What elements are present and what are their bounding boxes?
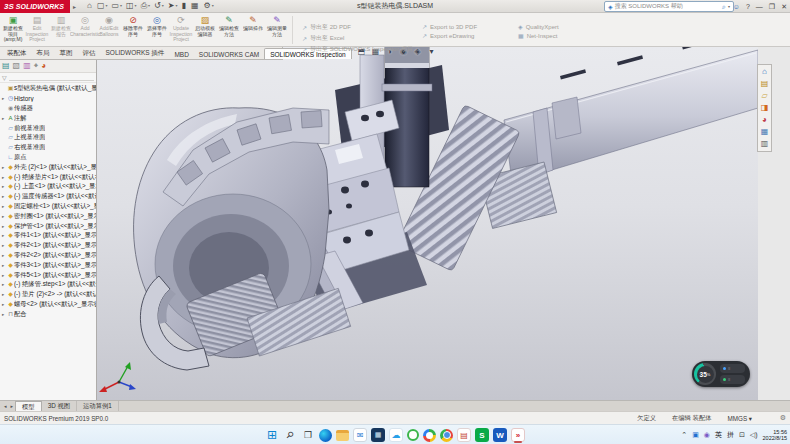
tree-item[interactable]: ▣ s型铠装热电偶 (默认<默认_显示状态-1 [0, 84, 96, 94]
tree-item[interactable]: ▸ ◆ 零件1<1> (默认<<默认>_显示状态 [0, 231, 96, 241]
close[interactable]: ✕ [781, 3, 787, 11]
chrome[interactable] [440, 429, 453, 442]
document-tab[interactable]: 运动算例1 [77, 401, 119, 411]
tree-item[interactable]: ▸ ◆ 螺母<2> (默认<<默认>_显示状态 [0, 300, 96, 310]
graphics-viewport[interactable]: ⌕⊞◫⬒▦◑◉◈▾ 35% ≡ ≡ [97, 47, 758, 400]
tree-item[interactable]: ▸ ◆ (-) 绝缘管.step<1> (默认<<默认>_ [0, 280, 96, 290]
tree-item[interactable]: ▸ ◆ 零件3<1> (默认<<默认>_显示状态 [0, 260, 96, 270]
search-icon[interactable]: ⌕ [722, 3, 726, 11]
tree-item[interactable]: ▸ ◆ 固定螺栓<1> (默认<<默认>_显示状 [0, 202, 96, 212]
ribbon-button[interactable]: ◎ 选择零件序号 [145, 14, 169, 46]
filter-input[interactable] [9, 75, 94, 81]
save[interactable]: ◫▾ [126, 0, 137, 12]
tree-item[interactable]: ▸ ⊓ 配合 [0, 309, 96, 319]
browser-360[interactable] [407, 429, 419, 441]
ribbon-export-item[interactable]: ↗导出至 Excel [296, 34, 416, 43]
restore[interactable]: ❐ [769, 3, 775, 11]
store-app[interactable]: ▦ [371, 428, 385, 442]
featuremanager[interactable]: ▤ [2, 60, 10, 72]
tree-item[interactable]: ▸ ◷ History [0, 94, 96, 104]
design-library[interactable]: ▤ [761, 78, 769, 90]
browser-ring[interactable] [423, 429, 436, 442]
search-caret-icon[interactable]: ▾ [728, 4, 730, 9]
view-palette[interactable]: ◨ [761, 102, 769, 114]
ribbon-tab[interactable]: 布局 [32, 47, 55, 59]
tree-item[interactable]: ▸ ◆ (-) 垫片 (2)<2> -> (默认<<默认>_ [0, 290, 96, 300]
new-file[interactable]: ▢▾ [97, 0, 108, 12]
tree-item[interactable]: ▸ ◆ 保护管<1> (默认<<默认>_显示状态 [0, 221, 96, 231]
solidworks-running[interactable]: » [511, 428, 525, 442]
ribbon-button[interactable]: ▤ Edit Inspection Project [25, 14, 49, 46]
ribbon-button[interactable]: ⟳ Update Inspection Project [169, 14, 193, 46]
ribbon-export-item[interactable]: ↗导出至 2D PDF [296, 23, 416, 32]
print[interactable]: ⎙▾ [141, 0, 150, 12]
forum[interactable]: ▥ [761, 138, 769, 150]
ribbon-export-item[interactable]: ↗Export to 3D PDF [416, 23, 512, 30]
tray-app-blue[interactable]: ▣ [692, 431, 699, 439]
document-tab[interactable]: 3D 视图 [42, 401, 77, 411]
ribbon-export-item[interactable]: ↗导出至 SOLIDWORKS Inspection 项目 [296, 45, 416, 54]
taskbar-clock[interactable]: 15:56 2022/8/15 [763, 429, 787, 442]
ribbon-button[interactable]: ⊘ 移除零件序号 [121, 14, 145, 46]
minimize[interactable]: — [756, 3, 763, 10]
word[interactable]: W [493, 428, 507, 442]
home[interactable]: ⌂ [87, 0, 93, 12]
tree-item[interactable]: ◉ 传感器 [0, 104, 96, 114]
ribbon-button[interactable]: ✎ 编辑操作 [241, 14, 265, 46]
search-box[interactable]: ◈ 搜索 SOLIDWORKS 帮助 ⌕ ▾ [604, 1, 734, 12]
tree-filter[interactable]: ▽ [0, 73, 96, 83]
tree-item[interactable]: ▸ ◆ 零件5<1> (默认<<默认>_显示状态 [0, 270, 96, 280]
ribbon-button[interactable]: ◉ Add/Edit Balloons [97, 14, 121, 46]
document-tab[interactable]: 模型 [15, 401, 42, 411]
ribbon-export-item[interactable]: ◈QualityXpert [512, 23, 596, 30]
recorder-overlay[interactable]: 35% ≡ ≡ [692, 361, 750, 387]
ribbon-export-item[interactable]: ↗Export eDrawing [416, 32, 512, 39]
open-file[interactable]: ▭▾ [111, 0, 122, 12]
ribbon-button[interactable]: ◎ Add Characteristic [73, 14, 97, 46]
tree-item[interactable]: ▸ ◆ (-) 绝缘垫片<1> (默认<<默认>_显示 [0, 172, 96, 182]
search[interactable]: ⚲ [280, 425, 300, 444]
recorder-button-top[interactable]: ≡ [720, 364, 745, 373]
ribbon-button[interactable]: ▣ 新建检查项目 (amp;M) [1, 14, 25, 46]
file-properties[interactable]: ▦ [191, 0, 200, 12]
tree-item[interactable]: ▸ ◆ 零件2<2> (默认<<默认>_显示状态 [0, 251, 96, 261]
tree-item[interactable]: ∟ 原点 [0, 153, 96, 163]
app-green-s[interactable]: S [475, 428, 489, 442]
ribbon-button[interactable]: ✎ 编辑测量方法 [265, 14, 289, 46]
dictionary[interactable]: ▤ [457, 428, 471, 442]
appearances-scenes[interactable]: ◕ [762, 114, 767, 126]
mail[interactable]: ✉ [353, 428, 367, 442]
rebuild[interactable]: ▮ [181, 0, 186, 12]
custom-properties[interactable]: ▦ [761, 126, 769, 138]
task-view[interactable]: ❐ [301, 428, 315, 442]
tree-item[interactable]: ▸ ◆ 密封圈<1> (默认<<默认>_显示状态 [0, 211, 96, 221]
tree-item[interactable]: ▸ ◆ 外壳 (2)<1> (默认<<默认>_显示状 [0, 162, 96, 172]
ime-language[interactable]: 英 [715, 430, 722, 440]
cloud-app[interactable]: ☁ [389, 428, 403, 442]
options[interactable]: ⚙▾ [203, 0, 213, 12]
tree-item[interactable]: ▱ 上视基准面 [0, 133, 96, 143]
headsup-icon[interactable]: ▾ [427, 47, 436, 57]
solidworks-resources[interactable]: ⌂ [762, 66, 767, 78]
file-explorer[interactable] [336, 430, 349, 441]
menu-flyout-icon[interactable]: ▸ [73, 3, 76, 10]
recorder-button-bottom[interactable]: ≡ [720, 375, 745, 384]
ribbon-tab[interactable]: 草图 [55, 47, 78, 59]
volume[interactable]: ◁) [750, 431, 758, 439]
ribbon-tab[interactable]: MBD [169, 49, 193, 59]
ribbon-tab[interactable]: SOLIDWORKS CAM [194, 49, 264, 59]
propertymanager[interactable]: ▧ [13, 60, 21, 72]
ribbon-tab[interactable]: 装配体 [2, 47, 32, 59]
tree-item[interactable]: ▸ ◆ (-) 温度传感器<1> (默认<<默认>_显 [0, 192, 96, 202]
ribbon-tab[interactable]: 评估 [78, 47, 101, 59]
displaymanager[interactable]: ◕ [41, 60, 46, 72]
select[interactable]: ➤▾ [168, 0, 178, 12]
start[interactable]: ⊞ [265, 428, 279, 442]
ime-mode[interactable]: 拼 [727, 430, 734, 440]
tree-item[interactable]: ▸ ◆ 零件2<1> (默认<<默认>_显示状态 [0, 241, 96, 251]
configurationmanager[interactable]: ▥ [23, 60, 31, 72]
ribbon-tab[interactable]: SOLIDWORKS 插件 [101, 47, 170, 59]
dimxpertmanager[interactable]: ⌖ [34, 60, 39, 72]
tray-shield[interactable]: ◉ [704, 431, 710, 439]
tree-item[interactable]: ▱ 前视基准面 [0, 123, 96, 133]
